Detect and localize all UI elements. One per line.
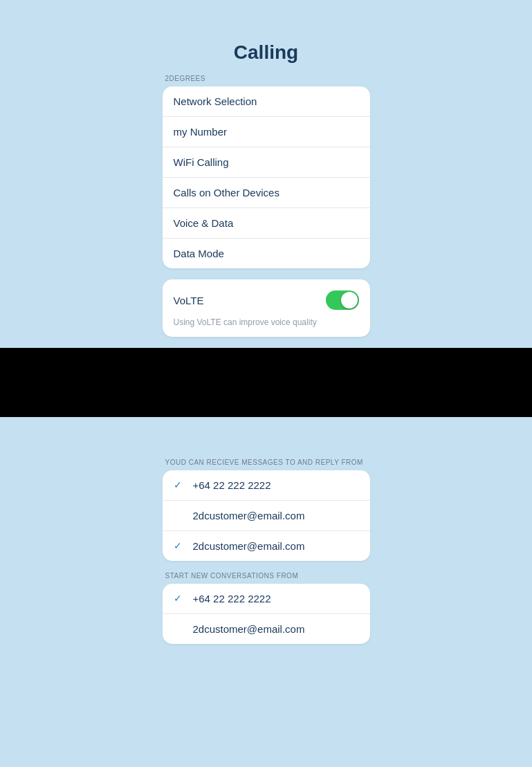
- menu-item-network-selection[interactable]: Network Selection: [163, 86, 370, 117]
- start-conversations-card: ✓ +64 22 222 2222 ✓ 2dcustomer@email.com: [163, 584, 370, 644]
- volte-label: VoLTE: [174, 295, 204, 306]
- receive-item-email-1[interactable]: ✓ 2dcustomer@email.com: [163, 501, 370, 531]
- menu-item-calls-other-devices[interactable]: Calls on Other Devices: [163, 178, 370, 208]
- check-icon-phone-1: ✓: [174, 479, 185, 490]
- network-section-label: 2DEGREES: [163, 75, 370, 82]
- start-item-phone-1[interactable]: ✓ +64 22 222 2222: [163, 584, 370, 614]
- page-title: Calling: [0, 41, 532, 64]
- volte-toggle[interactable]: [326, 290, 359, 310]
- menu-item-wifi-calling[interactable]: WiFi Calling: [163, 147, 370, 178]
- receive-item-phone-1[interactable]: ✓ +64 22 222 2222: [163, 470, 370, 501]
- network-card: Network Selection my Number WiFi Calling…: [163, 86, 370, 268]
- start-item-email-1[interactable]: ✓ 2dcustomer@email.com: [163, 614, 370, 644]
- menu-item-data-mode[interactable]: Data Mode: [163, 239, 370, 268]
- page-wrapper: Calling 2DEGREES Network Selection my Nu…: [0, 0, 532, 767]
- start-conversations-section-label: START NEW CONVERSATIONS FROM: [163, 572, 370, 580]
- top-section: Calling 2DEGREES Network Selection my Nu…: [0, 0, 532, 337]
- receive-messages-section-label: YOUD CAN RECIEVE MESSAGES TO AND REPLY F…: [163, 459, 370, 466]
- volte-toggle-row: VoLTE: [174, 290, 359, 310]
- receive-item-email-2[interactable]: ✓ 2dcustomer@email.com: [163, 531, 370, 561]
- black-bar: [0, 348, 532, 417]
- check-icon-start-phone-1: ✓: [174, 593, 185, 604]
- bottom-section: YOUD CAN RECIEVE MESSAGES TO AND REPLY F…: [0, 417, 532, 683]
- check-icon-email-2: ✓: [174, 540, 185, 551]
- volte-description: Using VoLTE can improve voice quality: [174, 317, 359, 329]
- receive-messages-card: ✓ +64 22 222 2222 ✓ 2dcustomer@email.com…: [163, 470, 370, 561]
- menu-item-voice-data[interactable]: Voice & Data: [163, 208, 370, 239]
- menu-item-my-number[interactable]: my Number: [163, 117, 370, 147]
- volte-card: VoLTE Using VoLTE can improve voice qual…: [163, 279, 370, 337]
